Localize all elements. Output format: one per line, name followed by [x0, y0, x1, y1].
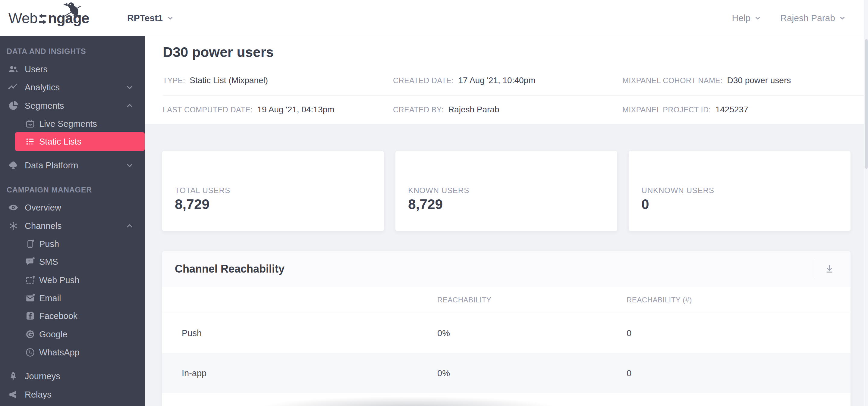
sidebar-item-email[interactable]: Email [0, 289, 145, 307]
project-name: RPTest1 [127, 13, 163, 23]
main-content: D30 power users TYPE: Static List (Mixpa… [145, 36, 868, 406]
channel-reachability-panel: Channel Reachability REACHABILITY REACHA… [162, 250, 851, 406]
meta-type: TYPE: Static List (Mixpanel) [163, 76, 268, 85]
stat-label: UNKNOWN USERS [641, 186, 714, 195]
sidebar-item-google[interactable]: Google [0, 325, 145, 343]
stat-value: 8,729 [175, 196, 210, 212]
sidebar-item-live-segments[interactable]: Live Segments [0, 115, 145, 133]
meta-label: LAST COMPUTED DATE: [163, 105, 253, 114]
facebook-icon [25, 310, 36, 322]
sidebar-item-label: Static Lists [39, 132, 82, 151]
channels-hub-icon [8, 221, 19, 231]
meta-divider [163, 96, 868, 96]
sidebar-item-relays[interactable]: Relays [0, 385, 145, 404]
download-icon [824, 264, 835, 274]
section-data-and-insights: DATA AND INSIGHTS [7, 45, 86, 57]
sidebar-item-analytics[interactable]: Analytics [0, 78, 145, 96]
help-label: Help [732, 13, 751, 23]
web-push-browser-icon [25, 275, 36, 285]
sidebar-item-label: Relays [25, 385, 52, 404]
stat-label: KNOWN USERS [408, 186, 469, 195]
section-campaign-manager: CAMPAIGN MANAGER [7, 184, 92, 196]
sidebar-item-overview[interactable]: Overview [0, 199, 145, 216]
sidebar-item-label: Channels [25, 217, 62, 235]
journeys-rocket-icon [8, 371, 19, 382]
meta-label: CREATED BY: [393, 105, 444, 114]
meta-last-computed: LAST COMPUTED DATE: 19 Aug '21, 04:13pm [163, 105, 334, 114]
scrollbar-thumb[interactable] [865, 39, 868, 169]
sidebar-item-label: Facebook [39, 307, 78, 325]
project-switcher[interactable]: RPTest1 [127, 0, 174, 36]
reachability-num: 0 [627, 353, 631, 393]
table-row-in-app: In-app 0% 0 [162, 353, 850, 393]
channel-name: In-app [182, 353, 207, 393]
sidebar-item-data-platform[interactable]: Data Platform [0, 156, 145, 174]
users-icon [8, 64, 19, 75]
scrollbar-track [864, 0, 868, 406]
stat-card-unknown-users: UNKNOWN USERS 0 [628, 150, 851, 231]
meta-value: 19 Aug '21, 04:13pm [257, 105, 334, 114]
logo-bird-icon [62, 1, 84, 18]
sidebar-item-label: Overview [25, 199, 61, 216]
sidebar-item-label: WhatsApp [39, 343, 80, 362]
sidebar-item-web-push[interactable]: Web Push [0, 271, 145, 289]
sidebar-item-label: Live Segments [39, 115, 97, 133]
chevron-down-icon [838, 14, 846, 22]
webengage-logo[interactable]: Web ngage [8, 0, 89, 36]
sidebar-item-label: Email [39, 289, 61, 307]
google-icon [25, 329, 36, 340]
meta-cohort-name: MIXPANEL COHORT NAME: D30 power users [622, 76, 791, 85]
topbar: Web ngage RPTest1 [0, 0, 868, 36]
sidebar-item-whatsapp[interactable]: WhatsApp [0, 343, 145, 362]
reachability-pct: 0% [437, 313, 450, 353]
logo-text-web: Web [8, 10, 37, 27]
stat-value: 8,729 [408, 196, 443, 212]
download-button[interactable] [821, 261, 838, 277]
table-row-push: Push 0% 0 [162, 313, 850, 353]
static-lists-icon [25, 136, 36, 147]
meta-value: Rajesh Parab [448, 105, 499, 114]
sidebar-item-segments[interactable]: Segments [0, 97, 145, 115]
meta-created-date: CREATED DATE: 17 Aug '21, 10:40pm [393, 76, 535, 85]
chevron-down-icon [125, 82, 134, 92]
panel-header: Channel Reachability [162, 251, 850, 287]
stat-value: 0 [641, 196, 649, 212]
sidebar-item-label: Google [39, 325, 67, 343]
sidebar-item-journeys[interactable]: Journeys [0, 367, 145, 385]
sidebar-item-facebook[interactable]: Facebook [0, 307, 145, 325]
sidebar-item-sms[interactable]: SMS [0, 253, 145, 271]
panel-title: Channel Reachability [175, 251, 284, 287]
sidebar-item-label: Segments [25, 97, 64, 115]
sidebar-item-label: Journeys [25, 367, 60, 385]
segments-icon [8, 100, 19, 111]
help-menu[interactable]: Help [732, 13, 762, 23]
meta-created-by: CREATED BY: Rajesh Parab [393, 105, 499, 114]
webengage-app: Web ngage RPTest1 [0, 0, 868, 406]
user-menu[interactable]: Rajesh Parab [780, 13, 846, 23]
page-header: D30 power users TYPE: Static List (Mixpa… [145, 36, 868, 124]
meta-value: 17 Aug '21, 10:40pm [458, 76, 535, 85]
push-phone-icon [25, 239, 36, 249]
meta-label: TYPE: [163, 76, 185, 85]
analytics-icon [8, 82, 19, 93]
sidebar-item-label: Web Push [39, 271, 79, 289]
sidebar-item-static-lists[interactable]: Static Lists [15, 132, 145, 151]
live-segments-icon [25, 119, 36, 129]
whatsapp-icon [25, 347, 36, 358]
chevron-down-icon [754, 14, 762, 22]
column-header-reachability: REACHABILITY [437, 287, 491, 313]
sidebar-item-push[interactable]: Push [0, 235, 145, 253]
sidebar-item-users[interactable]: Users [0, 60, 145, 78]
user-name: Rajesh Parab [780, 13, 835, 23]
stat-card-total-users: TOTAL USERS 8,729 [162, 150, 384, 231]
meta-label: CREATED DATE: [393, 76, 454, 85]
meta-label: MIXPANEL COHORT NAME: [622, 76, 723, 85]
chevron-up-icon [125, 221, 134, 231]
column-header-reachability-num: REACHABILITY (#) [627, 287, 692, 313]
stat-card-known-users: KNOWN USERS 8,729 [395, 150, 618, 231]
chevron-up-icon [125, 101, 134, 110]
sidebar-item-label: Analytics [25, 78, 60, 96]
chevron-down-icon [125, 161, 134, 170]
sidebar-item-channels[interactable]: Channels [0, 217, 145, 235]
topbar-right: Help Rajesh Parab [732, 0, 846, 36]
